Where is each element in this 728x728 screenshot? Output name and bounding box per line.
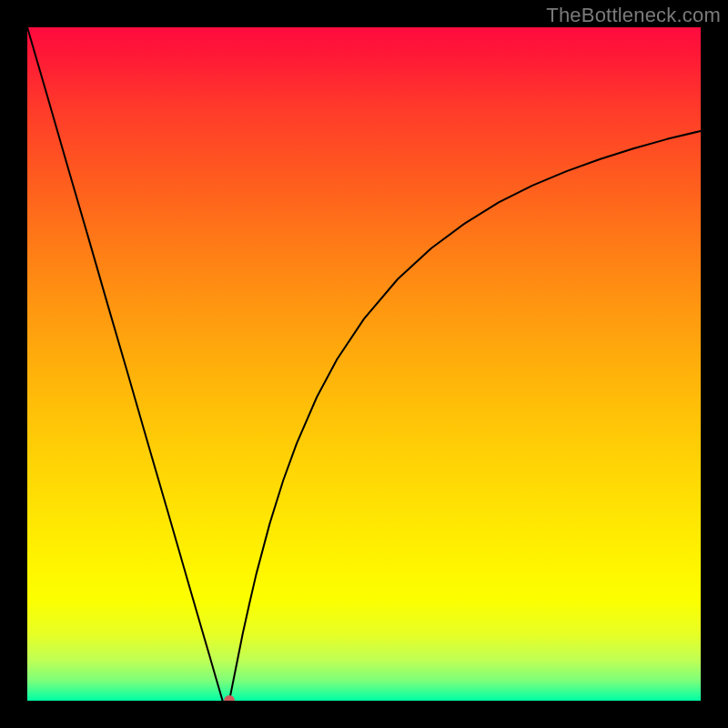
curve-left bbox=[27, 27, 223, 701]
curve-svg bbox=[27, 27, 701, 701]
chart-frame: TheBottleneck.com bbox=[0, 0, 728, 728]
curve-right bbox=[229, 131, 701, 701]
watermark-text: TheBottleneck.com bbox=[546, 4, 721, 27]
plot-area bbox=[27, 27, 701, 701]
minimum-marker bbox=[224, 695, 235, 701]
